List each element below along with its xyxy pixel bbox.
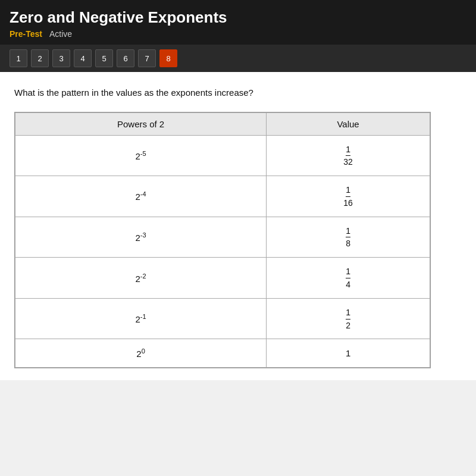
active-label: Active <box>49 29 72 39</box>
denominator: 32 <box>343 156 353 167</box>
main-content: What is the pattern in the values as the… <box>0 72 476 380</box>
question-text: What is the pattern in the values as the… <box>14 86 462 100</box>
table-row: 2-214 <box>15 258 430 299</box>
denominator: 4 <box>346 278 350 290</box>
value-cell: 14 <box>267 258 430 299</box>
nav-btn-7[interactable]: 7 <box>138 49 156 67</box>
value-cell: 18 <box>267 217 430 258</box>
table-row: 201 <box>15 339 430 368</box>
numerator: 1 <box>346 226 350 238</box>
power-cell: 2-3 <box>15 217 267 258</box>
denominator: 2 <box>346 320 350 331</box>
numerator: 1 <box>346 145 350 156</box>
nav-bar: 12345678 <box>0 45 476 72</box>
nav-btn-4[interactable]: 4 <box>74 49 92 67</box>
power-cell: 2-1 <box>15 298 267 339</box>
nav-btn-8[interactable]: 8 <box>159 49 177 67</box>
numerator: 1 <box>346 308 350 320</box>
value-cell: 116 <box>267 176 430 217</box>
power-cell: 2-2 <box>15 258 267 299</box>
fraction: 116 <box>343 185 353 208</box>
value-cell: 1 <box>267 339 430 368</box>
power-cell: 2-5 <box>15 135 267 176</box>
nav-btn-1[interactable]: 1 <box>10 49 27 67</box>
subtitle-row: Pre-Test Active <box>10 29 466 39</box>
numerator: 1 <box>346 267 350 278</box>
table-header-row: Powers of 2 Value <box>15 112 430 135</box>
fraction: 18 <box>346 226 350 249</box>
table-row: 2-318 <box>15 217 430 258</box>
denominator: 16 <box>343 197 353 208</box>
fraction: 132 <box>343 145 353 168</box>
header: Zero and Negative Exponents Pre-Test Act… <box>0 0 476 45</box>
value-cell: 132 <box>267 135 430 176</box>
nav-btn-6[interactable]: 6 <box>117 49 134 67</box>
page-title: Zero and Negative Exponents <box>10 8 466 27</box>
table-row: 2-5132 <box>15 135 430 176</box>
pre-test-label: Pre-Test <box>10 29 42 39</box>
table-row: 2-112 <box>15 298 430 339</box>
numerator: 1 <box>346 185 350 197</box>
nav-btn-2[interactable]: 2 <box>31 49 49 67</box>
nav-btn-5[interactable]: 5 <box>95 49 113 67</box>
col1-header: Powers of 2 <box>15 112 267 135</box>
denominator: 8 <box>346 237 350 249</box>
nav-btn-3[interactable]: 3 <box>52 49 70 67</box>
fraction: 12 <box>346 308 350 331</box>
powers-table: Powers of 2 Value 2-51322-41162-3182-214… <box>15 112 430 368</box>
table-container: Powers of 2 Value 2-51322-41162-3182-214… <box>14 112 431 369</box>
fraction: 14 <box>346 267 350 290</box>
table-row: 2-4116 <box>15 176 430 217</box>
value-cell: 12 <box>267 298 430 339</box>
col2-header: Value <box>267 112 430 135</box>
power-cell: 20 <box>15 339 267 368</box>
power-cell: 2-4 <box>15 176 267 217</box>
